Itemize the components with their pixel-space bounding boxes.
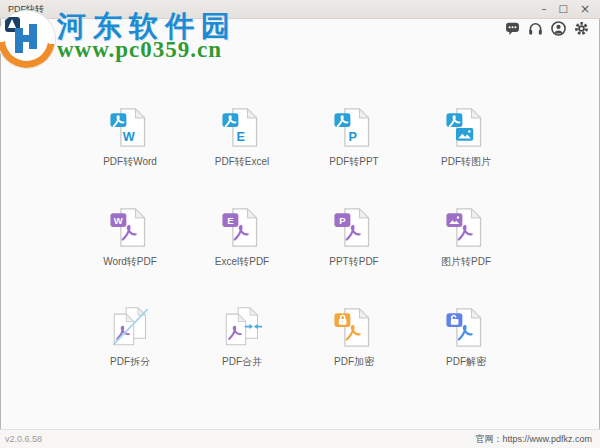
titlebar: PDF快转 – □ ×	[0, 0, 600, 19]
word-to-pdf-label: Word转PDF	[103, 255, 157, 269]
account-icon[interactable]	[551, 21, 566, 36]
pdf-to-image-label: PDF转图片	[441, 155, 491, 169]
svg-text:P: P	[339, 215, 346, 226]
pdf-decrypt-label: PDF解密	[446, 355, 486, 369]
tile-pdf-to-word[interactable]: WPDF转Word	[74, 95, 186, 195]
tile-word-to-pdf[interactable]: WWord转PDF	[74, 195, 186, 295]
toolbar	[505, 21, 589, 36]
pdf-to-word-label: PDF转Word	[103, 155, 157, 169]
ppt-to-pdf-icon: P	[334, 205, 374, 249]
pdf-merge-icon	[222, 305, 262, 349]
svg-text:W: W	[123, 129, 135, 144]
site-logo-icon	[0, 11, 55, 68]
svg-text:E: E	[236, 129, 244, 144]
version-label: v2.0.6.58	[0, 434, 42, 444]
tile-pdf-to-excel[interactable]: EPDF转Excel	[186, 95, 298, 195]
excel-to-pdf-icon: E	[222, 205, 262, 249]
image-to-pdf-icon	[446, 205, 486, 249]
window-controls: – □ ×	[541, 0, 600, 18]
pdf-to-image-icon	[446, 105, 486, 149]
svg-text:P: P	[348, 129, 357, 144]
pdf-split-label: PDF拆分	[110, 355, 150, 369]
statusbar: v2.0.6.58 官网：https://www.pdfkz.com	[0, 429, 600, 448]
svg-text:W: W	[114, 215, 123, 226]
excel-to-pdf-label: Excel转PDF	[215, 255, 269, 269]
close-button[interactable]: ×	[580, 0, 590, 18]
pdf-encrypt-label: PDF加密	[334, 355, 374, 369]
tile-pdf-decrypt[interactable]: PDF解密	[410, 295, 522, 395]
tile-pdf-to-ppt[interactable]: PPDF转PPT	[298, 95, 410, 195]
pdf-split-icon	[110, 305, 150, 349]
pdf-decrypt-icon	[446, 305, 486, 349]
website-link[interactable]: 官网：https://www.pdfkz.com	[475, 433, 600, 446]
settings-icon[interactable]	[574, 21, 589, 36]
tile-pdf-merge[interactable]: PDF合并	[186, 295, 298, 395]
image-to-pdf-label: 图片转PDF	[441, 255, 491, 269]
tile-ppt-to-pdf[interactable]: PPPT转PDF	[298, 195, 410, 295]
maximize-button[interactable]: □	[558, 0, 567, 18]
app-window: PDF快转 – □ ×	[0, 0, 600, 448]
tile-pdf-encrypt[interactable]: PDF加密	[298, 295, 410, 395]
word-to-pdf-icon: W	[110, 205, 150, 249]
tile-pdf-to-image[interactable]: PDF转图片	[410, 95, 522, 195]
tile-pdf-split[interactable]: PDF拆分	[74, 295, 186, 395]
pdf-to-excel-label: PDF转Excel	[215, 155, 269, 169]
pdf-to-ppt-icon: P	[334, 105, 374, 149]
tile-image-to-pdf[interactable]: 图片转PDF	[410, 195, 522, 295]
pdf-merge-label: PDF合并	[222, 355, 262, 369]
window-title: PDF快转	[0, 3, 541, 16]
pdf-to-word-icon: W	[110, 105, 150, 149]
pdf-encrypt-icon	[334, 305, 374, 349]
minimize-button[interactable]: –	[541, 0, 546, 18]
watermark-site-url: www.pc0359.cn	[57, 37, 222, 63]
svg-text:E: E	[227, 215, 233, 226]
pdf-to-excel-icon: E	[222, 105, 262, 149]
message-icon[interactable]	[505, 21, 520, 36]
feature-grid: WPDF转WordEPDF转ExcelPPDF转PPTPDF转图片WWord转P…	[74, 95, 522, 395]
ppt-to-pdf-label: PPT转PDF	[329, 255, 378, 269]
headset-icon[interactable]	[528, 21, 543, 36]
tile-excel-to-pdf[interactable]: EExcel转PDF	[186, 195, 298, 295]
pdf-to-ppt-label: PDF转PPT	[329, 155, 378, 169]
